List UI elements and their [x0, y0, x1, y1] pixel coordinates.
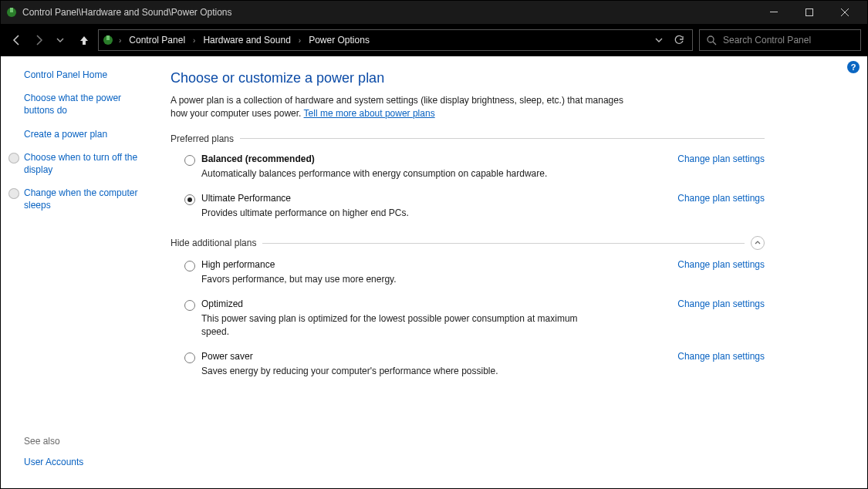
sidebar-home-link[interactable]: Control Panel Home	[24, 69, 154, 81]
window-title: Control Panel\Hardware and Sound\Power O…	[22, 7, 756, 18]
see-also-user-accounts[interactable]: User Accounts	[24, 456, 154, 468]
plan-power-saver: Power saver Saves energy by reducing you…	[171, 349, 765, 389]
additional-plans-header: Hide additional plans	[171, 236, 765, 250]
svg-line-7	[713, 42, 716, 45]
search-input[interactable]	[723, 35, 854, 46]
minimize-button[interactable]	[756, 1, 792, 24]
app-icon	[5, 6, 18, 19]
main-panel: Choose or customize a power plan A power…	[163, 56, 795, 488]
change-plan-settings-link[interactable]: Change plan settings	[677, 351, 765, 378]
sidebar: Control Panel Home Choose what the power…	[1, 56, 163, 488]
plan-name[interactable]: Balanced (recommended)	[201, 153, 662, 164]
close-button[interactable]	[827, 1, 863, 24]
address-dropdown-icon[interactable]	[655, 36, 663, 44]
chevron-right-icon[interactable]: ›	[117, 36, 123, 45]
additional-plans-label: Hide additional plans	[171, 238, 262, 248]
plan-radio[interactable]	[184, 300, 195, 311]
plan-name[interactable]: High performance	[201, 259, 662, 270]
breadcrumb-mid[interactable]: Hardware and Sound	[200, 33, 293, 47]
plan-radio[interactable]	[184, 261, 195, 271]
titlebar: Control Panel\Hardware and Sound\Power O…	[1, 1, 867, 24]
forward-button[interactable]	[32, 33, 46, 47]
plan-ultimate-performance: Ultimate Performance Provides ultimate p…	[171, 191, 765, 231]
tell-me-more-link[interactable]: Tell me more about power plans	[304, 108, 435, 119]
preferred-plans-header: Preferred plans	[171, 133, 765, 144]
chevron-right-icon[interactable]: ›	[191, 36, 197, 45]
collapse-icon[interactable]	[751, 236, 765, 250]
address-icon	[102, 34, 114, 46]
plan-description: Provides ultimate performance on higher …	[201, 207, 603, 220]
back-button[interactable]	[10, 33, 24, 47]
svg-rect-3	[806, 9, 813, 16]
up-button[interactable]	[76, 32, 92, 48]
svg-point-6	[708, 36, 714, 42]
svg-rect-5	[106, 35, 110, 40]
search-box[interactable]	[699, 29, 861, 51]
plan-description: Favors performance, but may use more ene…	[201, 273, 603, 286]
plan-radio[interactable]	[184, 352, 195, 363]
see-also-header: See also	[24, 436, 154, 447]
sidebar-link-turn-off-display[interactable]: Choose when to turn off the display	[24, 151, 154, 176]
plan-name[interactable]: Power saver	[201, 351, 662, 362]
plan-radio[interactable]	[184, 194, 195, 205]
plan-name[interactable]: Optimized	[201, 298, 662, 309]
svg-rect-2	[770, 12, 778, 12]
change-plan-settings-link[interactable]: Change plan settings	[677, 153, 765, 180]
change-plan-settings-link[interactable]: Change plan settings	[677, 193, 765, 220]
plan-radio[interactable]	[184, 155, 195, 166]
sidebar-link-computer-sleeps[interactable]: Change when the computer sleeps	[24, 187, 154, 211]
plan-name[interactable]: Ultimate Performance	[201, 193, 662, 204]
chevron-right-icon[interactable]: ›	[297, 36, 302, 45]
refresh-icon[interactable]	[674, 35, 684, 46]
preferred-plans-label: Preferred plans	[171, 133, 240, 144]
plan-optimized: Optimized This power saving plan is opti…	[171, 297, 765, 349]
page-description: A power plan is a collection of hardware…	[171, 94, 626, 121]
change-plan-settings-link[interactable]: Change plan settings	[677, 298, 765, 339]
breadcrumb-leaf[interactable]: Power Options	[306, 33, 373, 47]
plan-description: Automatically balances performance with …	[201, 167, 603, 180]
sidebar-link-create-plan[interactable]: Create a power plan	[24, 128, 154, 140]
plan-description: Saves energy by reducing your computer's…	[201, 365, 603, 378]
search-icon	[706, 35, 717, 46]
help-icon[interactable]: ?	[847, 61, 860, 73]
plan-description: This power saving plan is optimized for …	[201, 312, 603, 339]
plan-high-performance: High performance Favors performance, but…	[171, 258, 765, 297]
sidebar-link-power-buttons[interactable]: Choose what the power buttons do	[24, 92, 154, 116]
change-plan-settings-link[interactable]: Change plan settings	[677, 259, 765, 286]
maximize-button[interactable]	[792, 1, 827, 24]
plan-balanced: Balanced (recommended) Automatically bal…	[171, 152, 765, 191]
breadcrumb-root[interactable]: Control Panel	[126, 33, 188, 47]
navbar: › Control Panel › Hardware and Sound › P…	[1, 24, 867, 56]
page-heading: Choose or customize a power plan	[171, 70, 765, 86]
recent-dropdown-icon[interactable]	[53, 33, 67, 47]
address-bar[interactable]: › Control Panel › Hardware and Sound › P…	[98, 29, 693, 51]
svg-rect-1	[10, 8, 13, 12]
